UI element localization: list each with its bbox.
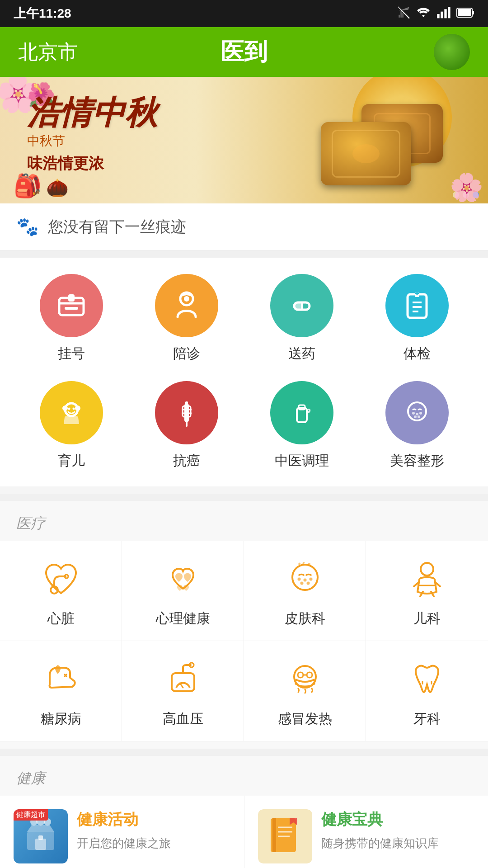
- health-guide-card[interactable]: 健康宝典 随身携带的健康知识库: [244, 796, 488, 868]
- service-meirong[interactable]: 美容整形: [359, 381, 474, 470]
- banner-subtitle: 味浩情更浓: [27, 153, 157, 174]
- svg-rect-6: [458, 9, 471, 16]
- trace-bar: 🐾 您没有留下一丝痕迹: [0, 203, 488, 250]
- service-songyao[interactable]: 送药: [244, 274, 359, 363]
- svg-rect-15: [294, 302, 302, 310]
- health-activity-title: 健康活动: [77, 809, 230, 830]
- svg-point-48: [309, 578, 312, 581]
- svg-rect-10: [68, 294, 75, 302]
- svg-point-39: [416, 413, 418, 415]
- medical-yake[interactable]: 牙科: [366, 641, 488, 741]
- service-kangai[interactable]: 抗癌: [129, 381, 244, 470]
- banner[interactable]: 🌸 🌺 浩情中秋 中秋节 味浩情更浓: [0, 77, 488, 203]
- user-avatar[interactable]: [434, 34, 470, 70]
- svg-rect-0: [437, 14, 439, 18]
- tijian-label: 体检: [404, 344, 431, 363]
- xinlijiankan-label: 心理健康: [156, 609, 210, 628]
- services-grid: 挂号 陪诊: [0, 274, 488, 470]
- tijian-icon: [385, 274, 449, 337]
- mute-icon: [398, 6, 410, 21]
- svg-point-41: [414, 415, 417, 418]
- medical-ganmao[interactable]: 感冒发热: [244, 641, 366, 741]
- yuer-label: 育儿: [58, 452, 85, 470]
- medical-xinljiankan[interactable]: 心理健康: [122, 541, 244, 641]
- zhongyitiaoli-icon: [270, 381, 333, 444]
- medical-gaoxueya[interactable]: 高血压: [122, 641, 244, 741]
- svg-point-40: [419, 412, 422, 415]
- header-title: 医到: [221, 36, 267, 68]
- svg-point-12: [184, 296, 189, 302]
- kangai-label: 抗癌: [173, 452, 200, 470]
- service-yuer[interactable]: 育儿: [14, 381, 129, 470]
- ganmao-label: 感冒发热: [278, 710, 332, 728]
- medical-section: 医疗 心脏: [0, 501, 488, 749]
- status-time: 上午11:28: [14, 5, 71, 22]
- xinlijiankan-icon: [160, 557, 206, 602]
- health-activity-icon: 健康超市: [14, 809, 68, 863]
- svg-rect-1: [441, 11, 443, 18]
- peizheng-label: 陪诊: [173, 344, 200, 363]
- health-activity-desc: 开启您的健康之旅: [77, 835, 230, 852]
- svg-point-50: [306, 582, 310, 585]
- svg-point-45: [292, 565, 318, 590]
- banner-text: 浩情中秋 中秋节 味浩情更浓: [27, 95, 157, 174]
- medical-pifuke[interactable]: 皮肤科: [244, 541, 366, 641]
- gaoxueya-label: 高血压: [163, 710, 203, 728]
- wifi-icon: [416, 6, 431, 22]
- health-activity-card[interactable]: 健康超市 健康活动 开启您的健康之旅: [0, 796, 244, 868]
- mooncake-center: [352, 144, 380, 163]
- status-bar: 上午11:28: [0, 0, 488, 27]
- medical-tangniaobing[interactable]: 糖尿病: [0, 641, 122, 741]
- svg-point-24: [68, 408, 70, 410]
- peizheng-icon: [155, 274, 218, 337]
- svg-rect-70: [38, 835, 43, 840]
- divider-2: [0, 494, 488, 501]
- svg-point-25: [72, 408, 75, 410]
- svg-point-64: [307, 672, 312, 678]
- medical-erke[interactable]: 儿科: [366, 541, 488, 641]
- medical-grid: 心脏 心理健康: [0, 541, 488, 741]
- health-guide-icon-wrap: [258, 809, 312, 863]
- book-icon-bg: [258, 809, 312, 863]
- health-activity-text: 健康活动 开启您的健康之旅: [77, 809, 230, 852]
- svg-rect-75: [272, 818, 276, 852]
- svg-point-51: [421, 563, 433, 576]
- yake-icon: [404, 657, 450, 703]
- health-cards: 健康超市 健康活动 开启您的健康之旅: [0, 796, 488, 868]
- trace-icon: 🐾: [16, 216, 39, 237]
- service-guahao[interactable]: 挂号: [14, 274, 129, 363]
- banner-title: 浩情中秋: [27, 95, 157, 131]
- status-icons: [398, 6, 474, 22]
- erke-icon: [404, 557, 450, 602]
- svg-point-38: [412, 412, 415, 415]
- health-guide-title: 健康宝典: [321, 809, 475, 830]
- medical-xinzang[interactable]: 心脏: [0, 541, 122, 641]
- service-tijian[interactable]: 体检: [359, 274, 474, 363]
- divider-1: [0, 250, 488, 258]
- tangniaobing-label: 糖尿病: [41, 710, 81, 728]
- pifuke-icon: [282, 557, 328, 602]
- health-section-title: 健康: [0, 756, 488, 796]
- erke-label: 儿科: [413, 609, 441, 628]
- store-icon: 健康超市: [14, 809, 68, 863]
- service-peizheng[interactable]: 陪诊: [129, 274, 244, 363]
- svg-rect-3: [448, 7, 450, 18]
- battery-icon: [456, 6, 474, 21]
- xinzang-label: 心脏: [47, 609, 75, 628]
- banner-decoration: 🎒 🌰: [14, 173, 69, 199]
- pifuke-label: 皮肤科: [285, 609, 325, 628]
- decoration-nut: 🌰: [46, 177, 69, 199]
- health-guide-text: 健康宝典 随身携带的健康知识库: [321, 809, 475, 852]
- mooncake-visual: [316, 95, 443, 185]
- services-section: 挂号 陪诊: [0, 258, 488, 486]
- svg-rect-9: [65, 307, 78, 310]
- svg-point-63: [298, 672, 303, 678]
- zhongyitiaoli-label: 中医调理: [275, 452, 329, 470]
- songyao-icon: [270, 274, 333, 337]
- avatar-image: [434, 34, 470, 70]
- mooncakes: [316, 95, 443, 185]
- header-city[interactable]: 北京市: [18, 39, 78, 66]
- service-zhongyitiaoli[interactable]: 中医调理: [244, 381, 359, 470]
- header: 北京市 医到: [0, 27, 488, 77]
- songyao-label: 送药: [288, 344, 315, 363]
